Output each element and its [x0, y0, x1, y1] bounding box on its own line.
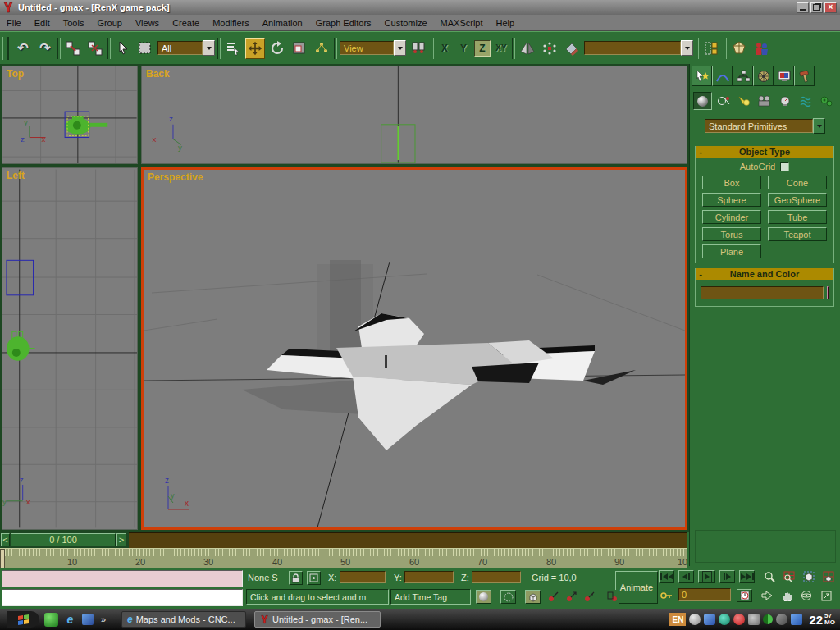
geosphere-button[interactable]: GeoSphere	[768, 193, 827, 207]
primitives-category-dropdown[interactable]: Standard Primitives	[705, 118, 825, 134]
selection-set-arrow-button[interactable]	[759, 589, 775, 602]
pan-view-button[interactable]	[778, 589, 795, 602]
restrict-z-button[interactable]: Z	[474, 40, 491, 57]
current-frame-input[interactable]	[678, 588, 731, 601]
selection-filter-dropdown[interactable]: All	[158, 40, 215, 56]
restore-button[interactable]	[810, 2, 823, 13]
quicklaunch-overflow-chevron[interactable]: »	[98, 613, 108, 627]
menu-group[interactable]: Group	[90, 18, 129, 28]
quicklaunch-ie-icon[interactable]: e	[63, 613, 77, 627]
named-selection-dropdown[interactable]	[584, 40, 693, 56]
sphere-button[interactable]: Sphere	[702, 193, 761, 207]
viewport-back[interactable]: z x y Back	[141, 66, 687, 164]
select-and-scale-button[interactable]	[290, 38, 309, 59]
teapot-button[interactable]: Teapot	[768, 227, 827, 241]
language-indicator[interactable]: EN	[669, 613, 686, 626]
category-helpers-button[interactable]	[775, 92, 794, 110]
y-coordinate-input[interactable]	[404, 571, 454, 583]
network-status-icon[interactable]	[763, 614, 773, 624]
category-lights-button[interactable]	[734, 92, 753, 110]
z-coordinate-input[interactable]	[472, 571, 521, 583]
updates-icon[interactable]	[791, 614, 802, 625]
key-mode-toggle-button[interactable]	[659, 589, 674, 602]
network-icon[interactable]	[704, 614, 715, 625]
tab-motion[interactable]	[753, 66, 774, 86]
dropdown-arrow-icon[interactable]	[394, 40, 406, 56]
messenger-icon[interactable]	[719, 614, 730, 625]
menu-file[interactable]: File	[0, 18, 28, 28]
menu-views[interactable]: Views	[129, 18, 166, 28]
zoom-extents-button[interactable]	[801, 570, 817, 583]
phone-icon[interactable]	[733, 614, 745, 625]
redo-button[interactable]: ↷	[35, 38, 55, 59]
menu-animation[interactable]: Animation	[256, 18, 309, 28]
select-and-rotate-button[interactable]	[267, 38, 287, 59]
array-button[interactable]	[540, 38, 559, 59]
category-geometry-button[interactable]	[693, 92, 712, 110]
time-slider-handle[interactable]: 0 / 100	[11, 533, 116, 546]
key-mode-icon-3[interactable]	[582, 590, 596, 604]
minimize-button[interactable]	[797, 2, 809, 13]
menu-modifiers[interactable]: Modifiers	[206, 18, 256, 28]
plane-button[interactable]: Plane	[702, 244, 761, 258]
close-button[interactable]: ×	[824, 2, 837, 13]
manipulate-button[interactable]	[312, 38, 331, 59]
cylinder-button[interactable]: Cylinder	[702, 210, 761, 224]
key-mode-icon-1[interactable]	[546, 590, 560, 604]
start-button[interactable]	[7, 611, 39, 628]
menu-customize[interactable]: Customize	[378, 18, 434, 28]
track-bar-frame-indicator[interactable]	[0, 549, 5, 568]
min-max-toggle-button[interactable]	[818, 589, 834, 602]
go-to-start-button[interactable]	[659, 570, 674, 583]
object-color-swatch[interactable]	[827, 286, 829, 299]
tab-modify[interactable]	[712, 66, 733, 86]
audio-device-icon[interactable]	[748, 614, 760, 625]
tab-display[interactable]	[774, 66, 794, 86]
menu-help[interactable]: Help	[490, 18, 522, 28]
task-button-gmax[interactable]: Untitled - gmax - [Ren...	[254, 611, 381, 628]
absolute-relative-toggle-button[interactable]	[307, 571, 321, 585]
track-view-button[interactable]	[701, 38, 721, 59]
restrict-y-button[interactable]: Y	[455, 40, 472, 57]
category-cameras-button[interactable]	[755, 92, 774, 110]
dropdown-arrow-icon[interactable]	[203, 40, 215, 56]
cone-button[interactable]: Cone	[768, 176, 827, 189]
macro-recorder-listener[interactable]	[2, 570, 243, 587]
select-and-move-button[interactable]	[245, 38, 265, 59]
render-button[interactable]	[751, 38, 771, 59]
object-name-input[interactable]	[701, 286, 824, 299]
dropdown-arrow-icon[interactable]	[681, 40, 693, 56]
next-frame-button[interactable]	[719, 570, 735, 583]
category-systems-button[interactable]	[816, 92, 835, 110]
previous-frame-nudge-button[interactable]: <	[1, 533, 10, 546]
select-and-link-button[interactable]	[63, 38, 83, 59]
category-spacewarps-button[interactable]	[796, 92, 815, 110]
restrict-xy-plane-button[interactable]: XY	[493, 40, 509, 57]
tab-utilities[interactable]	[794, 66, 815, 86]
restrict-x-button[interactable]: X	[436, 40, 453, 57]
select-object-button[interactable]	[113, 38, 133, 59]
tube-button[interactable]: Tube	[768, 210, 827, 224]
tab-hierarchy[interactable]	[733, 66, 753, 86]
rectangular-selection-region-button[interactable]	[135, 38, 155, 59]
unlink-selection-button[interactable]	[85, 38, 105, 59]
object-type-rollout-header[interactable]: - Object Type	[696, 146, 833, 158]
reference-coordinate-dropdown[interactable]: View	[340, 40, 406, 56]
wireframe-box-button[interactable]	[525, 590, 541, 604]
volume-icon[interactable]	[689, 614, 701, 625]
time-slider-track[interactable]	[129, 532, 687, 548]
maxscript-listener[interactable]	[2, 589, 243, 606]
schematic-view-button[interactable]	[729, 38, 749, 59]
play-animation-button[interactable]	[698, 570, 715, 583]
category-shapes-button[interactable]	[714, 92, 733, 110]
menu-tools[interactable]: Tools	[57, 18, 91, 28]
viewport-top[interactable]: y z x Top	[2, 66, 138, 164]
facets-button[interactable]	[500, 590, 516, 604]
viewport-left[interactable]: z y x Left	[2, 167, 138, 530]
autogrid-checkbox[interactable]	[780, 162, 789, 171]
select-by-name-button[interactable]	[223, 38, 243, 59]
menu-graph-editors[interactable]: Graph Editors	[309, 18, 378, 28]
task-button-browser[interactable]: e Maps and Mods - CNC...	[121, 611, 246, 628]
next-frame-nudge-button[interactable]: >	[116, 533, 126, 546]
name-color-rollout-header[interactable]: - Name and Color	[696, 268, 833, 280]
